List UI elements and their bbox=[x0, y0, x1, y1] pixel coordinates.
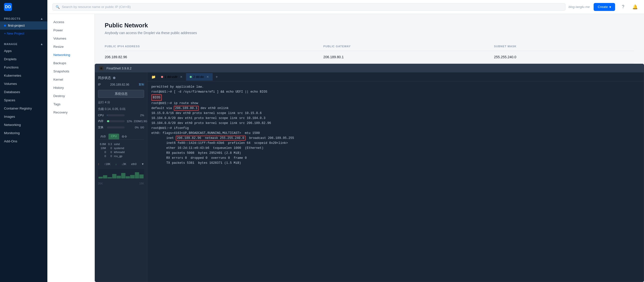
subnav-volumes[interactable]: Volumes bbox=[47, 34, 94, 43]
fs-load-info: 负载 0.14, 0.05, 0.01 bbox=[98, 107, 144, 111]
fs-net-down-value: ↓3K bbox=[122, 162, 126, 165]
inet-highlight: 206.189.82.96 netmask 255.255.240.0 bbox=[176, 136, 246, 141]
fs-cpu-bar-fill bbox=[107, 114, 107, 116]
sidebar-item-add-ons[interactable]: Add-Ons bbox=[0, 137, 47, 145]
subnav-access[interactable]: Access bbox=[47, 18, 94, 26]
fs-tab-command[interactable]: 命令 bbox=[119, 134, 130, 140]
fs-cpu-value: 2% bbox=[127, 114, 144, 117]
sidebar-item-functions[interactable]: Functions bbox=[0, 63, 47, 71]
logo-text: DO bbox=[5, 5, 11, 9]
fs-tab-dd-vultr[interactable]: 1 dd-vultr ✕ bbox=[158, 73, 186, 81]
fs-memory-metric: 内存 12% 233M/1.9G bbox=[98, 119, 144, 123]
sidebar-item-kubernetes[interactable]: Kubernetes bbox=[0, 71, 47, 80]
term-line-8: 10.104.0.0/20 dev eth0 proto kernel scop… bbox=[151, 121, 640, 126]
term-line-3: BIOS bbox=[151, 94, 640, 101]
subnav-backups[interactable]: Backups bbox=[47, 59, 94, 67]
fs-memory-bar-bg bbox=[107, 120, 125, 122]
fs-net-up-icon: ↑ bbox=[98, 162, 100, 165]
fs-swap-value: 0% 0/0 bbox=[127, 126, 144, 129]
sidebar-item-container-registry[interactable]: Container Registry bbox=[0, 104, 47, 113]
new-project-label: + New Project bbox=[4, 32, 24, 35]
term-line-13: ether 16:2d:11:e0:43:b6 txqueuelen 1000 … bbox=[151, 145, 640, 150]
proc-name-rcu: rcu_gp bbox=[114, 154, 144, 157]
tab-dot-green bbox=[190, 76, 192, 78]
term-line-5: default via 206.189.80.1 dev eth0 onlink bbox=[151, 106, 640, 111]
finalshell-window: 🖥 FinalShell 3.9.8.2 同步状态 IP 206.189.82.… bbox=[95, 64, 644, 282]
proc-cpu-sshd: 0.3 bbox=[108, 142, 112, 145]
fs-memory-value: 12% 233M/1.9G bbox=[127, 120, 144, 123]
fs-tab-dd-do[interactable]: 2 dd-do ✕ bbox=[186, 73, 212, 81]
notifications-icon[interactable]: 🔔 bbox=[631, 3, 639, 11]
blog-watermark: blog.tanglu.me bbox=[568, 5, 590, 9]
subnav-history[interactable]: History bbox=[47, 84, 94, 92]
fs-ip-row: IP 206.189.82.96 复制 bbox=[98, 83, 144, 86]
help-icon[interactable]: ? bbox=[619, 3, 627, 11]
process-row-rcu-gp: 0 0 rcu_gp bbox=[98, 154, 144, 158]
fs-system-info-button[interactable]: 系统信息 bbox=[98, 90, 144, 98]
fs-net-iface: eth0 bbox=[131, 162, 136, 165]
fs-tab-dd-do-close[interactable]: ✕ bbox=[206, 75, 209, 79]
subnav-snapshots[interactable]: Snapshots bbox=[47, 67, 94, 75]
main-content: 🔍 Search by resource name or public IP (… bbox=[47, 0, 644, 282]
network-row: 206.189.82.96 206.189.80.1 255.255.240.0 bbox=[105, 51, 634, 63]
sidebar-item-monitoring[interactable]: Monitoring bbox=[0, 129, 47, 137]
new-project-button[interactable]: + New Project bbox=[0, 30, 47, 37]
fs-process-table: 8.8M 0.3 sshd 10M 0 systemd 0 bbox=[98, 142, 144, 158]
right-content: Public Network Anybody can access the Dr… bbox=[95, 14, 644, 282]
col-subnet: SUBNET MASK bbox=[494, 43, 634, 51]
term-line-9: root@dd1:~# ifconfig bbox=[151, 126, 640, 131]
col-gateway: PUBLIC GATEWAY bbox=[323, 43, 494, 51]
subnav-resize[interactable]: Resize bbox=[47, 43, 94, 51]
subnav-power[interactable]: Power bbox=[47, 26, 94, 34]
fs-new-tab-button[interactable]: + bbox=[213, 73, 221, 81]
sidebar-item-first-project[interactable]: first-project bbox=[0, 21, 47, 30]
add-ons-label: Add-Ons bbox=[4, 140, 17, 143]
proc-mem-rcu: 0 bbox=[98, 154, 106, 157]
proc-mem-sshd: 8.8M bbox=[98, 142, 106, 145]
subnav-destroy[interactable]: Destroy bbox=[47, 92, 94, 100]
logo-icon: DO bbox=[4, 3, 12, 11]
sub-navigation: Access Power Volumes Resize Networking B… bbox=[47, 14, 95, 282]
sidebar-item-databases[interactable]: Databases bbox=[0, 88, 47, 96]
subnav-recovery[interactable]: Recovery bbox=[47, 108, 94, 117]
sidebar-item-droplets[interactable]: Droplets bbox=[0, 55, 47, 63]
subnav-tags[interactable]: Tags bbox=[47, 100, 94, 108]
subnav-kernel[interactable]: Kernel bbox=[47, 75, 94, 84]
images-label: Images bbox=[4, 115, 15, 119]
manage-section: MANAGE ▲ Apps Droplets Functions Kuberne… bbox=[0, 39, 47, 145]
databases-label: Databases bbox=[4, 90, 20, 94]
term-line-15: RX errors 0 dropped 0 overruns 0 frame 0 bbox=[151, 155, 640, 160]
term-line-6: 10.15.0.0/16 dev eth0 proto kernel scope… bbox=[151, 111, 640, 116]
fs-status-row: 同步状态 bbox=[98, 76, 144, 80]
fs-tab-memory[interactable]: 内存 bbox=[98, 134, 108, 140]
term-line-1: permitted by applicable law. bbox=[151, 84, 640, 89]
chart-bar-2 bbox=[103, 175, 107, 178]
chart-bar-1 bbox=[98, 177, 103, 178]
subnav-networking[interactable]: Networking bbox=[47, 51, 94, 59]
proc-mem-kthreadd: 0 bbox=[98, 150, 106, 153]
networking-label: Networking bbox=[4, 123, 21, 127]
fs-tab-dd-vultr-close[interactable]: ✕ bbox=[180, 75, 182, 79]
fs-copy-button[interactable]: 复制 bbox=[138, 83, 144, 86]
sidebar-item-volumes[interactable]: Volumes bbox=[0, 80, 47, 88]
fs-folder-icon[interactable]: 📁 bbox=[149, 73, 158, 81]
fs-swap-label: 交换 bbox=[98, 126, 105, 129]
search-box[interactable]: 🔍 Search by resource name or public IP (… bbox=[52, 3, 566, 11]
fs-ip-label: IP bbox=[98, 83, 101, 86]
fs-left-panel: 同步状态 IP 206.189.82.96 复制 系统信息 运行 4 分 负载 … bbox=[95, 73, 147, 282]
sidebar-item-apps[interactable]: Apps bbox=[0, 47, 47, 55]
sidebar-item-spaces[interactable]: Spaces bbox=[0, 96, 47, 104]
sidebar-item-images[interactable]: Images bbox=[0, 113, 47, 121]
create-button[interactable]: Create ▾ bbox=[594, 3, 615, 11]
finalshell-body: 同步状态 IP 206.189.82.96 复制 系统信息 运行 4 分 负载 … bbox=[95, 73, 644, 282]
fs-terminal-tabs: 📁 1 dd-vultr ✕ 2 dd-do ✕ + bbox=[147, 73, 644, 81]
sidebar-item-networking[interactable]: Networking bbox=[0, 121, 47, 129]
chart-bar-9 bbox=[135, 172, 139, 178]
process-row-sshd: 8.8M 0.3 sshd bbox=[98, 142, 144, 146]
chart-bar-6 bbox=[121, 173, 126, 178]
fs-status-dot-icon bbox=[113, 77, 116, 79]
gateway-value: 206.189.80.1 bbox=[323, 51, 494, 63]
manage-text: MANAGE bbox=[4, 43, 18, 46]
fs-tab-cpu[interactable]: CPU bbox=[108, 134, 119, 140]
fs-status-label: 同步状态 bbox=[98, 76, 111, 80]
